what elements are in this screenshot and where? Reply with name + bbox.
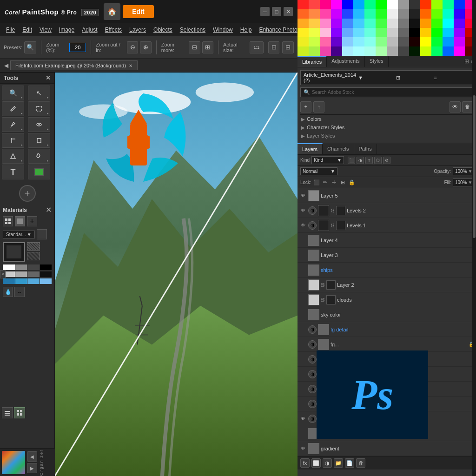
palette-cell-7-2[interactable] <box>376 19 387 28</box>
layer-visibility-icon[interactable] <box>299 341 307 348</box>
palette-cell-13-4[interactable] <box>443 37 454 46</box>
palette-cell-13-2[interactable] <box>443 19 454 28</box>
layer-row[interactable]: ships <box>298 263 476 278</box>
materials-preset-dropdown[interactable]: Standar...▼ <box>3 231 35 238</box>
palette-cell-2-0[interactable] <box>320 0 331 9</box>
tab-libraries[interactable]: Libraries <box>298 56 327 67</box>
palette-cell-8-5[interactable] <box>387 46 398 56</box>
layer-visibility-icon[interactable] <box>299 326 307 333</box>
tool-zoom[interactable]: 🔍▸ <box>2 86 24 100</box>
palette-cell-1-5[interactable] <box>309 46 320 56</box>
filter-smart-icon[interactable]: ⚙ <box>383 157 390 164</box>
tools-add-button[interactable]: + <box>19 185 36 202</box>
material-add-icon[interactable]: + <box>27 216 37 226</box>
layer-visibility-icon[interactable]: 👁 <box>299 415 307 423</box>
layer-visibility-icon[interactable]: 👁 <box>299 207 307 214</box>
add-layer-button[interactable]: 📄 <box>345 458 354 468</box>
palette-cell-8-2[interactable] <box>387 19 398 28</box>
palette-cell-3-3[interactable] <box>331 28 342 37</box>
palette-cell-9-3[interactable] <box>398 28 409 37</box>
layer-visibility-icon[interactable]: 👁 <box>299 445 307 452</box>
actual-size-button[interactable]: 1:1 <box>250 41 264 53</box>
palette-cell-7-1[interactable] <box>376 9 387 19</box>
material-solid-icon[interactable] <box>15 216 25 226</box>
layer-visibility-icon[interactable]: 👁 <box>299 222 307 229</box>
blend-mode-dropdown[interactable]: Normal ▼ <box>300 167 337 175</box>
palette-cell-7-5[interactable] <box>376 46 387 56</box>
palette-cell-1-0[interactable] <box>309 0 320 9</box>
layer-visibility-icon[interactable] <box>299 370 307 378</box>
layer-row[interactable]: Layer 4 <box>298 233 476 248</box>
psp-layers-view-button[interactable] <box>2 407 13 418</box>
psp-image-tab[interactable]: FileInfo.com Example.jpeg @ 20% (Backgro… <box>10 60 138 70</box>
ps-scrollbar[interactable] <box>472 0 476 476</box>
lock-position-icon[interactable]: ✛ <box>331 179 338 186</box>
layer-row[interactable]: 👁◑⛓Levels 1 <box>298 218 476 233</box>
palette-cell-8-0[interactable] <box>387 0 398 9</box>
palette-cell-1-2[interactable] <box>309 19 320 28</box>
zoom-in-button[interactable]: ⊕ <box>140 41 151 53</box>
lock-all-icon[interactable]: 🔒 <box>348 179 356 186</box>
menu-selections[interactable]: Selections <box>176 25 209 34</box>
palette-cell-12-5[interactable] <box>431 46 443 56</box>
add-group-button[interactable]: 📁 <box>334 458 343 468</box>
layer-row[interactable]: ◑fg...🔒 <box>298 337 476 352</box>
zoom-out-button[interactable]: ⊖ <box>127 41 138 53</box>
layer-visibility-icon[interactable] <box>299 266 307 274</box>
layer-visibility-icon[interactable] <box>299 356 307 363</box>
palette-cell-5-4[interactable] <box>353 37 364 46</box>
palette-cell-9-2[interactable] <box>398 19 409 28</box>
palette-cell-10-3[interactable] <box>409 28 420 37</box>
lib-item-char-styles[interactable]: ▶ Character Styles <box>300 123 473 132</box>
ps-library-dropdown[interactable]: Article_Elements_2014 (2) ▼ ⊞ ≡ <box>300 70 473 85</box>
tool-color-box[interactable] <box>28 165 50 179</box>
palette-cell-3-4[interactable] <box>331 37 342 46</box>
psp-home-button[interactable]: 🏠 <box>104 3 120 20</box>
palette-cell-0-0[interactable] <box>298 0 309 9</box>
tool-text[interactable]: T <box>2 165 24 179</box>
palette-cell-3-5[interactable] <box>331 46 342 56</box>
palette-cell-12-4[interactable] <box>431 37 443 46</box>
tool-pen[interactable]: ▸ <box>2 117 24 132</box>
menu-window[interactable]: Window <box>209 25 237 34</box>
filter-shape-icon[interactable]: ⬡ <box>374 157 382 164</box>
palette-cell-14-1[interactable] <box>454 9 465 19</box>
swatch-dark[interactable] <box>27 264 40 270</box>
psp-minimize-button[interactable]: ─ <box>260 7 270 16</box>
palette-cell-5-0[interactable] <box>353 0 364 9</box>
palette-cell-12-2[interactable] <box>431 19 443 28</box>
fit-canvas-button[interactable]: ⊡ <box>268 41 280 53</box>
lock-artboard-icon[interactable]: ⊞ <box>339 179 347 186</box>
swatch-black[interactable] <box>40 264 52 270</box>
palette-cell-13-5[interactable] <box>443 46 454 56</box>
add-mask-button[interactable]: ⬜ <box>311 458 321 468</box>
palette-cell-4-0[interactable] <box>342 0 353 9</box>
palette-cell-4-3[interactable] <box>342 28 353 37</box>
zoom-more-in-button[interactable]: ⊞ <box>202 41 213 53</box>
tools-close-button[interactable]: ✕ <box>46 74 51 81</box>
palette-cell-11-1[interactable] <box>420 9 431 19</box>
palette-cell-13-1[interactable] <box>443 9 454 19</box>
kind-dropdown[interactable]: Kind▼ <box>311 156 344 164</box>
palette-cell-6-4[interactable] <box>364 37 376 46</box>
tab-styles[interactable]: Styles <box>365 56 389 67</box>
palette-cell-7-4[interactable] <box>376 37 387 46</box>
palette-cell-4-2[interactable] <box>342 19 353 28</box>
swatch-medgray[interactable] <box>15 271 27 277</box>
tool-rect-select[interactable]: ▸ <box>28 101 50 116</box>
filter-pixel-icon[interactable]: ⬛ <box>348 157 355 164</box>
palette-cell-14-5[interactable] <box>454 46 465 56</box>
palette-cell-1-1[interactable] <box>309 9 320 19</box>
palette-cell-8-3[interactable] <box>387 28 398 37</box>
tab-channels[interactable]: Channels <box>323 144 354 154</box>
palette-cell-5-1[interactable] <box>353 9 364 19</box>
palette-cell-1-3[interactable] <box>309 28 320 37</box>
opacity-input[interactable]: 100% ▼ <box>453 167 473 175</box>
psp-strip-btn-top[interactable]: ✕ <box>0 270 6 278</box>
palette-cell-7-3[interactable] <box>376 28 387 37</box>
tool-eye[interactable]: ▸ <box>28 117 50 132</box>
layer-visibility-icon[interactable] <box>299 430 307 437</box>
tool-crop[interactable]: ▸ <box>2 133 24 148</box>
menu-adjust[interactable]: Adjust <box>78 25 101 34</box>
palette-cell-0-1[interactable] <box>298 9 309 19</box>
